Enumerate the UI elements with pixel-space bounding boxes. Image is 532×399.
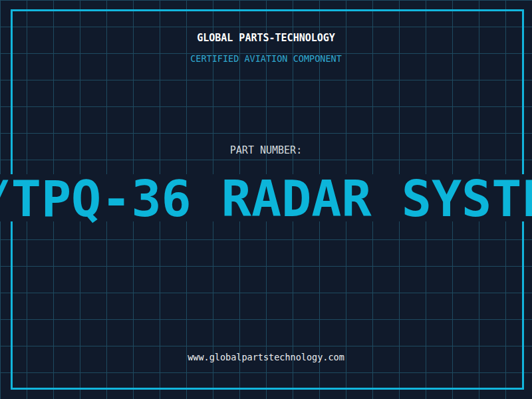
part-number-label: PART NUMBER: xyxy=(0,146,532,156)
part-number-value: AN/TPQ-36 RADAR SYSTEM xyxy=(0,174,532,224)
website-url: www.globalpartstechnology.com xyxy=(0,353,532,362)
brand-title: GLOBAL PARTS-TECHNOLOGY xyxy=(0,33,532,43)
brand-subtitle: CERTIFIED AVIATION COMPONENT xyxy=(0,55,532,64)
product-banner: GLOBAL PARTS-TECHNOLOGY CERTIFIED AVIATI… xyxy=(0,0,532,399)
